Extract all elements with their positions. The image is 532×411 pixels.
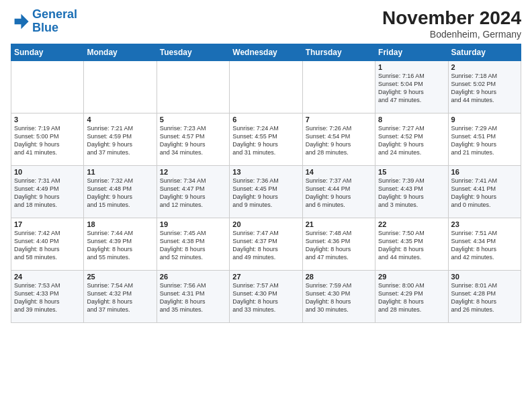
day-number: 10 <box>14 168 81 176</box>
calendar-cell <box>11 60 84 113</box>
week-row-1: 3Sunrise: 7:19 AMSunset: 5:00 PMDaylight… <box>11 113 521 165</box>
weekday-header-row: SundayMondayTuesdayWednesdayThursdayFrid… <box>11 44 521 60</box>
day-info: Sunrise: 7:18 AMSunset: 5:02 PMDaylight:… <box>451 72 518 105</box>
day-number: 1 <box>378 63 445 71</box>
day-number: 23 <box>451 220 518 228</box>
calendar-cell: 10Sunrise: 7:31 AMSunset: 4:49 PMDayligh… <box>11 165 84 218</box>
day-number: 6 <box>232 116 299 124</box>
day-number: 3 <box>14 116 81 124</box>
week-row-3: 17Sunrise: 7:42 AMSunset: 4:40 PMDayligh… <box>11 218 521 270</box>
weekday-header-tuesday: Tuesday <box>157 44 229 60</box>
weekday-header-wednesday: Wednesday <box>230 44 302 60</box>
calendar-cell: 28Sunrise: 7:59 AMSunset: 4:30 PMDayligh… <box>302 270 375 322</box>
day-info: Sunrise: 7:42 AMSunset: 4:40 PMDaylight:… <box>14 229 81 262</box>
day-number: 30 <box>451 273 518 281</box>
day-number: 9 <box>451 116 518 124</box>
day-number: 15 <box>378 168 445 176</box>
week-row-2: 10Sunrise: 7:31 AMSunset: 4:49 PMDayligh… <box>11 165 521 218</box>
day-number: 29 <box>378 273 445 281</box>
day-info: Sunrise: 7:59 AMSunset: 4:30 PMDaylight:… <box>306 281 372 314</box>
day-info: Sunrise: 7:29 AMSunset: 4:51 PMDaylight:… <box>451 124 518 157</box>
calendar-cell <box>230 60 302 113</box>
day-info: Sunrise: 7:56 AMSunset: 4:31 PMDaylight:… <box>160 281 226 314</box>
title-block: November 2024 Bodenheim, Germany <box>382 8 521 40</box>
calendar-cell: 24Sunrise: 7:53 AMSunset: 4:33 PMDayligh… <box>11 270 84 322</box>
day-info: Sunrise: 7:34 AMSunset: 4:47 PMDaylight:… <box>160 177 226 210</box>
day-number: 11 <box>87 168 153 176</box>
day-info: Sunrise: 7:24 AMSunset: 4:55 PMDaylight:… <box>232 124 299 157</box>
day-info: Sunrise: 7:57 AMSunset: 4:30 PMDaylight:… <box>232 281 299 314</box>
calendar-cell: 27Sunrise: 7:57 AMSunset: 4:30 PMDayligh… <box>230 270 302 322</box>
weekday-header-saturday: Saturday <box>448 44 521 60</box>
calendar-cell: 17Sunrise: 7:42 AMSunset: 4:40 PMDayligh… <box>11 218 84 270</box>
day-info: Sunrise: 7:45 AMSunset: 4:38 PMDaylight:… <box>160 229 226 262</box>
day-number: 13 <box>232 168 299 176</box>
day-info: Sunrise: 7:36 AMSunset: 4:45 PMDaylight:… <box>232 177 299 210</box>
day-number: 4 <box>87 116 153 124</box>
calendar-cell: 11Sunrise: 7:32 AMSunset: 4:48 PMDayligh… <box>84 165 157 218</box>
day-number: 19 <box>160 220 226 228</box>
month-title: November 2024 <box>382 8 521 29</box>
day-number: 18 <box>87 220 153 228</box>
week-row-4: 24Sunrise: 7:53 AMSunset: 4:33 PMDayligh… <box>11 270 521 322</box>
calendar-cell: 1Sunrise: 7:16 AMSunset: 5:04 PMDaylight… <box>375 60 448 113</box>
day-number: 2 <box>451 63 518 71</box>
calendar-cell: 2Sunrise: 7:18 AMSunset: 5:02 PMDaylight… <box>448 60 521 113</box>
logo: General Blue <box>11 8 77 35</box>
logo-icon <box>11 12 30 31</box>
logo-line2: Blue <box>32 21 58 34</box>
day-number: 26 <box>160 273 226 281</box>
weekday-header-thursday: Thursday <box>302 44 375 60</box>
calendar-cell: 3Sunrise: 7:19 AMSunset: 5:00 PMDaylight… <box>11 113 84 165</box>
day-info: Sunrise: 7:31 AMSunset: 4:49 PMDaylight:… <box>14 177 81 210</box>
calendar-cell: 6Sunrise: 7:24 AMSunset: 4:55 PMDaylight… <box>230 113 302 165</box>
day-number: 22 <box>378 220 445 228</box>
day-info: Sunrise: 7:50 AMSunset: 4:35 PMDaylight:… <box>378 229 445 262</box>
location: Bodenheim, Germany <box>382 29 521 40</box>
day-number: 28 <box>306 273 372 281</box>
day-info: Sunrise: 7:27 AMSunset: 4:52 PMDaylight:… <box>378 124 445 157</box>
weekday-header-monday: Monday <box>84 44 157 60</box>
day-info: Sunrise: 8:00 AMSunset: 4:29 PMDaylight:… <box>378 281 445 314</box>
day-info: Sunrise: 7:51 AMSunset: 4:34 PMDaylight:… <box>451 229 518 262</box>
calendar-cell: 8Sunrise: 7:27 AMSunset: 4:52 PMDaylight… <box>375 113 448 165</box>
calendar-cell: 15Sunrise: 7:39 AMSunset: 4:43 PMDayligh… <box>375 165 448 218</box>
day-info: Sunrise: 7:41 AMSunset: 4:41 PMDaylight:… <box>451 177 518 210</box>
calendar-cell <box>302 60 375 113</box>
calendar-cell: 9Sunrise: 7:29 AMSunset: 4:51 PMDaylight… <box>448 113 521 165</box>
calendar-cell: 7Sunrise: 7:26 AMSunset: 4:54 PMDaylight… <box>302 113 375 165</box>
calendar-cell: 12Sunrise: 7:34 AMSunset: 4:47 PMDayligh… <box>157 165 229 218</box>
calendar-cell: 18Sunrise: 7:44 AMSunset: 4:39 PMDayligh… <box>84 218 157 270</box>
calendar-cell: 16Sunrise: 7:41 AMSunset: 4:41 PMDayligh… <box>448 165 521 218</box>
weekday-header-friday: Friday <box>375 44 448 60</box>
day-number: 27 <box>232 273 299 281</box>
day-number: 16 <box>451 168 518 176</box>
day-info: Sunrise: 8:01 AMSunset: 4:28 PMDaylight:… <box>451 281 518 314</box>
calendar-cell: 19Sunrise: 7:45 AMSunset: 4:38 PMDayligh… <box>157 218 229 270</box>
day-number: 5 <box>160 116 226 124</box>
day-info: Sunrise: 7:39 AMSunset: 4:43 PMDaylight:… <box>378 177 445 210</box>
day-number: 20 <box>232 220 299 228</box>
day-info: Sunrise: 7:48 AMSunset: 4:36 PMDaylight:… <box>306 229 372 262</box>
day-info: Sunrise: 7:21 AMSunset: 4:59 PMDaylight:… <box>87 124 153 157</box>
day-number: 12 <box>160 168 226 176</box>
logo-text: General Blue <box>32 8 77 35</box>
page: General Blue November 2024 Bodenheim, Ge… <box>0 0 532 328</box>
day-info: Sunrise: 7:47 AMSunset: 4:37 PMDaylight:… <box>232 229 299 262</box>
calendar-table: SundayMondayTuesdayWednesdayThursdayFrid… <box>11 44 521 323</box>
day-info: Sunrise: 7:54 AMSunset: 4:32 PMDaylight:… <box>87 281 153 314</box>
day-number: 8 <box>378 116 445 124</box>
day-number: 24 <box>14 273 81 281</box>
calendar-body: 1Sunrise: 7:16 AMSunset: 5:04 PMDaylight… <box>11 60 521 322</box>
calendar-cell: 13Sunrise: 7:36 AMSunset: 4:45 PMDayligh… <box>230 165 302 218</box>
day-info: Sunrise: 7:37 AMSunset: 4:44 PMDaylight:… <box>306 177 372 210</box>
calendar-cell: 5Sunrise: 7:23 AMSunset: 4:57 PMDaylight… <box>157 113 229 165</box>
day-info: Sunrise: 7:44 AMSunset: 4:39 PMDaylight:… <box>87 229 153 262</box>
calendar-cell: 23Sunrise: 7:51 AMSunset: 4:34 PMDayligh… <box>448 218 521 270</box>
weekday-header-sunday: Sunday <box>11 44 84 60</box>
day-number: 7 <box>306 116 372 124</box>
day-number: 25 <box>87 273 153 281</box>
header: General Blue November 2024 Bodenheim, Ge… <box>11 8 521 40</box>
week-row-0: 1Sunrise: 7:16 AMSunset: 5:04 PMDaylight… <box>11 60 521 113</box>
calendar-cell: 22Sunrise: 7:50 AMSunset: 4:35 PMDayligh… <box>375 218 448 270</box>
